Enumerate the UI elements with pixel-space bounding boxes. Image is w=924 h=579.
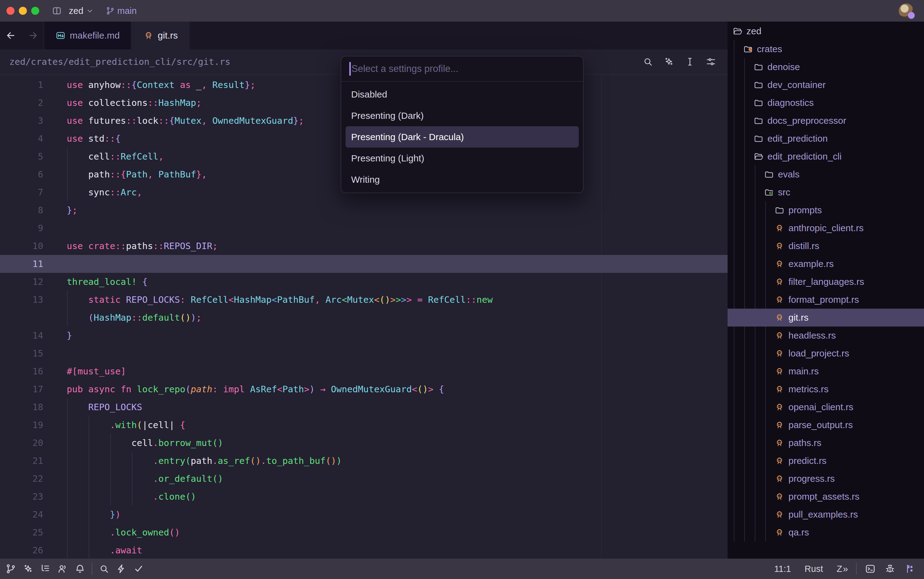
inline-assist-button[interactable] [664, 56, 675, 67]
tree-item-dev_container[interactable]: dev_container [727, 76, 924, 94]
code-line[interactable]: 8}; [0, 201, 727, 219]
tree-item-qa-rs[interactable]: qa.rs [727, 523, 924, 541]
assistant-panel-button[interactable] [23, 563, 34, 574]
markdown-icon [55, 30, 66, 41]
project-panel-toggle-button[interactable] [904, 563, 915, 574]
code-line[interactable]: (HashMap::default()); [0, 309, 727, 327]
tree-item-predict-rs[interactable]: predict.rs [727, 452, 924, 470]
tree-item-filter_languages-rs[interactable]: filter_languages.rs [727, 273, 924, 291]
code-line[interactable]: 9 [0, 219, 727, 237]
editor-controls-button[interactable] [705, 56, 716, 67]
profile-option-Disabled[interactable]: Disabled [346, 83, 579, 105]
user-avatar[interactable] [899, 3, 914, 18]
code-line[interactable]: 23 .clone() [0, 487, 727, 505]
settings-profile-search-input[interactable]: Select a settings profile... [341, 56, 583, 82]
navigate-forward-button[interactable] [28, 30, 38, 41]
crab-icon [775, 259, 785, 269]
tree-item-zed[interactable]: zed [727, 22, 924, 40]
tree-item-label: evals [778, 169, 799, 180]
tree-item-progress-rs[interactable]: progress.rs [727, 470, 924, 487]
code-line[interactable]: 14} [0, 327, 727, 344]
code-line[interactable]: 22 .or_default() [0, 470, 727, 487]
cursor-line[interactable]: 11 [0, 255, 727, 273]
tree-item-prompts[interactable]: prompts [727, 201, 924, 219]
tree-item-openai_client-rs[interactable]: openai_client.rs [727, 398, 924, 416]
code-line[interactable]: 13 static REPO_LOCKS: RefCell<HashMap<Pa… [0, 291, 727, 309]
tree-item-example-rs[interactable]: example.rs [727, 255, 924, 273]
tree-item-headless-rs[interactable]: headless.rs [727, 327, 924, 344]
tree-item-diagnostics[interactable]: diagnostics [727, 94, 924, 112]
outline-panel-button[interactable] [40, 563, 51, 574]
tree-item-crates[interactable]: crates [727, 40, 924, 58]
profile-option-Presenting-Dark-[interactable]: Presenting (Dark) [346, 105, 579, 126]
text-cursor-icon[interactable] [684, 56, 695, 67]
minimize-window-button[interactable] [19, 7, 27, 15]
buffer-search-button[interactable] [642, 56, 654, 67]
code-line[interactable]: 20 cell.borrow_mut() [0, 434, 727, 452]
status-bar: 11:1 Rust Z» [0, 559, 924, 579]
tasks-button[interactable] [116, 563, 127, 574]
code-line[interactable]: 18 REPO_LOCKS [0, 398, 727, 416]
text-caret [349, 62, 351, 75]
code-line[interactable]: 12thread_local! { [0, 273, 727, 291]
tree-item-docs_preprocessor[interactable]: docs_preprocessor [727, 112, 924, 130]
tree-item-git-rs[interactable]: git.rs [727, 309, 924, 327]
collab-panel-button[interactable] [57, 563, 68, 574]
notifications-button[interactable] [74, 563, 85, 574]
tree-item-paths-rs[interactable]: paths.rs [727, 434, 924, 452]
code-line[interactable]: 15 [0, 344, 727, 362]
maximize-window-button[interactable] [31, 7, 39, 15]
tab-git-rs[interactable]: git.rs [131, 21, 190, 49]
tree-item-src[interactable]: src [727, 183, 924, 201]
code-text: }; [67, 201, 77, 219]
close-window-button[interactable] [7, 7, 15, 15]
tree-item-denoise[interactable]: denoise [727, 58, 924, 76]
line-number: 16 [0, 362, 43, 380]
tree-item-load_project-rs[interactable]: load_project.rs [727, 344, 924, 362]
code-text: .lock_owned() [67, 523, 180, 541]
code-text: REPO_LOCKS [67, 398, 142, 416]
code-line[interactable]: 16#[must_use] [0, 362, 727, 380]
project-menu-button[interactable]: zed [69, 6, 95, 16]
indent-guide [67, 291, 68, 327]
terminal-panel-button[interactable] [865, 563, 876, 574]
diagnostics-ok-button[interactable] [133, 563, 144, 574]
navigate-back-button[interactable] [6, 30, 16, 41]
language-selector[interactable]: Rust [804, 564, 823, 574]
debug-panel-button[interactable] [885, 563, 896, 574]
tree-item-pull_examples-rs[interactable]: pull_examples.rs [727, 505, 924, 523]
line-number: 24 [0, 505, 43, 523]
git-branch-button[interactable]: main [106, 6, 137, 16]
project-search-button[interactable] [98, 563, 110, 574]
tree-item-prompt_assets-rs[interactable]: prompt_assets.rs [727, 487, 924, 505]
tree-item-anthropic_client-rs[interactable]: anthropic_client.rs [727, 219, 924, 237]
tree-item-edit_prediction[interactable]: edit_prediction [727, 130, 924, 147]
code-line[interactable]: 25 .lock_owned() [0, 523, 727, 541]
tree-item-label: predict.rs [788, 456, 826, 466]
tree-item-distill-rs[interactable]: distill.rs [727, 237, 924, 255]
profile-option-Writing[interactable]: Writing [346, 169, 579, 190]
tree-item-label: filter_languages.rs [788, 276, 864, 287]
tree-item-metrics-rs[interactable]: metrics.rs [727, 380, 924, 398]
tree-item-format_prompt-rs[interactable]: format_prompt.rs [727, 291, 924, 309]
edit-prediction-indicator[interactable]: Z» [837, 564, 849, 574]
tree-item-parse_output-rs[interactable]: parse_output.rs [727, 416, 924, 434]
cursor-position[interactable]: 11:1 [774, 564, 791, 574]
breadcrumb[interactable]: zed/crates/edit_prediction_cli/src/git.r… [9, 56, 230, 67]
code-line[interactable]: 19 .with(|cell| { [0, 416, 727, 434]
git-panel-button[interactable] [5, 563, 16, 574]
profile-option-Presenting-Dark-Dracula-[interactable]: Presenting (Dark - Dracula) [346, 126, 579, 147]
code-line[interactable]: 10use crate::paths::REPOS_DIR; [0, 237, 727, 255]
tab-makefile-md[interactable]: makefile.md [44, 21, 131, 49]
tree-item-main-rs[interactable]: main.rs [727, 362, 924, 380]
code-line[interactable]: 21 .entry(path.as_ref().to_path_buf()) [0, 452, 727, 470]
status-dot [908, 12, 915, 19]
tree-item-edit_prediction_cli[interactable]: edit_prediction_cli [727, 147, 924, 165]
tree-item-label: openai_client.rs [788, 402, 853, 412]
profile-option-Presenting-Light-[interactable]: Presenting (Light) [346, 147, 579, 169]
code-line[interactable]: 24 }) [0, 505, 727, 523]
tree-item-label: distill.rs [788, 241, 819, 251]
code-line[interactable]: 17pub async fn lock_repo(path: impl AsRe… [0, 380, 727, 398]
tree-item-evals[interactable]: evals [727, 165, 924, 183]
code-line[interactable]: 26 .await [0, 541, 727, 559]
